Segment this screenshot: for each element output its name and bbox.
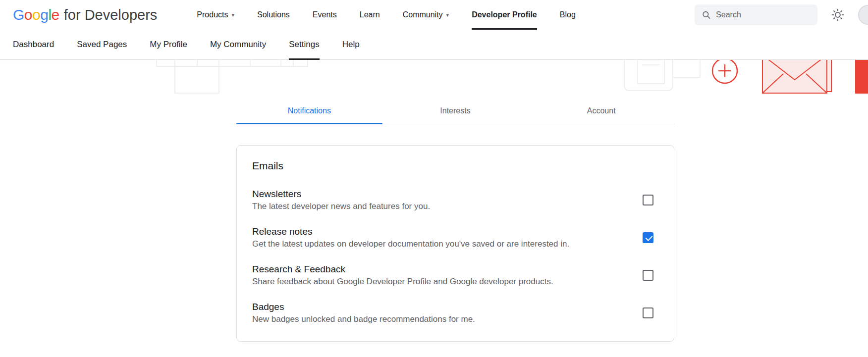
pref-text: Research & Feedback Share feedback about… — [252, 264, 553, 287]
search-input[interactable] — [716, 10, 811, 19]
tab-notifications[interactable]: Notifications — [236, 100, 382, 124]
chevron-down-icon: ▾ — [232, 12, 235, 18]
subnav-item-label: Saved Pages — [77, 40, 127, 50]
nav-item-label: Community — [403, 10, 443, 19]
pref-description: Get the latest updates on developer docu… — [252, 239, 569, 249]
nav-item-events[interactable]: Events — [313, 0, 337, 30]
settings-tabs: Notifications Interests Account — [236, 100, 674, 124]
pref-title: Newsletters — [252, 189, 430, 200]
tab-label: Account — [587, 106, 616, 115]
subnav-item-dashboard[interactable]: Dashboard — [13, 30, 54, 59]
pref-text: Newsletters The latest developer news an… — [252, 189, 430, 211]
banner — [0, 60, 868, 94]
tab-account[interactable]: Account — [528, 100, 674, 124]
nav-item-blog[interactable]: Blog — [560, 0, 576, 30]
pref-description: New badges unlocked and badge recommenda… — [252, 314, 475, 324]
pref-title: Release notes — [252, 226, 569, 237]
tab-label: Interests — [440, 106, 470, 115]
nav-item-label: Blog — [560, 10, 576, 19]
subnav-item-label: Settings — [289, 40, 319, 50]
nav-item-learn[interactable]: Learn — [360, 0, 380, 30]
subnav-item-help[interactable]: Help — [342, 30, 360, 59]
nav-item-developer-profile[interactable]: Developer Profile — [472, 0, 537, 30]
nav-item-solutions[interactable]: Solutions — [257, 0, 290, 30]
search-icon — [702, 9, 711, 20]
google-developers-logo[interactable]: G o o g l e for Developers — [13, 6, 157, 23]
pref-text: Release notes Get the latest updates on … — [252, 226, 569, 249]
subnav-item-label: My Community — [210, 40, 266, 50]
pref-text: Badges New badges unlocked and badge rec… — [252, 302, 475, 324]
nav-item-products[interactable]: Products ▾ — [197, 0, 234, 30]
subnav-item-label: Help — [342, 40, 360, 50]
email-pref-row-research-feedback: Research & Feedback Share feedback about… — [252, 264, 653, 287]
chevron-down-icon: ▾ — [446, 12, 449, 18]
decorative-grid — [157, 60, 308, 93]
subnav-item-label: My Profile — [150, 40, 187, 50]
profile-subnav: Dashboard Saved Pages My Profile My Comm… — [0, 30, 868, 60]
nav-item-community[interactable]: Community ▾ — [403, 0, 449, 30]
nav-item-label: Products — [197, 10, 228, 19]
release-notes-checkbox[interactable] — [643, 232, 653, 243]
logo-suffix: for Developers — [64, 7, 158, 23]
nav-item-label: Solutions — [257, 10, 290, 19]
logo-letter: e — [52, 6, 59, 23]
primary-nav: Products ▾ Solutions Events Learn Commun… — [197, 0, 575, 30]
decorative-note-icon — [624, 60, 700, 91]
subnav-item-label: Dashboard — [13, 40, 54, 50]
google-wordmark: G o o g l e — [13, 6, 59, 23]
email-pref-row-badges: Badges New badges unlocked and badge rec… — [252, 302, 653, 324]
pref-title: Badges — [252, 302, 475, 312]
subnav-item-my-community[interactable]: My Community — [210, 30, 266, 59]
banner-illustration — [0, 60, 868, 94]
logo-letter: o — [24, 6, 32, 23]
theme-toggle-button[interactable] — [831, 8, 844, 21]
envelope-illustration — [762, 60, 831, 93]
emails-card: Emails Newsletters The latest developer … — [236, 145, 674, 342]
email-pref-row-release-notes: Release notes Get the latest updates on … — [252, 226, 653, 249]
nav-item-label: Developer Profile — [472, 10, 537, 19]
research-feedback-checkbox[interactable] — [643, 270, 653, 281]
banner-red-bar — [855, 60, 868, 94]
tab-label: Notifications — [288, 106, 331, 115]
pref-description: The latest developer news and features f… — [252, 202, 430, 211]
add-circle-icon — [712, 60, 737, 83]
logo-letter: o — [32, 6, 40, 23]
top-header: G o o g l e for Developers Products ▾ So… — [0, 0, 868, 30]
avatar[interactable] — [858, 5, 868, 25]
tab-interests[interactable]: Interests — [382, 100, 529, 124]
email-pref-row-newsletters: Newsletters The latest developer news an… — [252, 189, 653, 211]
nav-item-label: Learn — [360, 10, 380, 19]
subnav-item-my-profile[interactable]: My Profile — [150, 30, 187, 59]
logo-letter: G — [13, 6, 24, 23]
nav-item-label: Events — [313, 10, 337, 19]
search-box[interactable] — [695, 4, 817, 25]
subnav-item-settings[interactable]: Settings — [289, 30, 319, 59]
pref-title: Research & Feedback — [252, 264, 553, 275]
pref-description: Share feedback about Google Developer Pr… — [252, 277, 553, 287]
badges-checkbox[interactable] — [643, 307, 653, 318]
header-right — [695, 4, 868, 25]
subnav-item-saved-pages[interactable]: Saved Pages — [77, 30, 127, 59]
sun-icon — [831, 8, 844, 21]
card-title: Emails — [252, 160, 653, 172]
logo-letter: g — [40, 6, 48, 23]
newsletters-checkbox[interactable] — [643, 195, 653, 205]
